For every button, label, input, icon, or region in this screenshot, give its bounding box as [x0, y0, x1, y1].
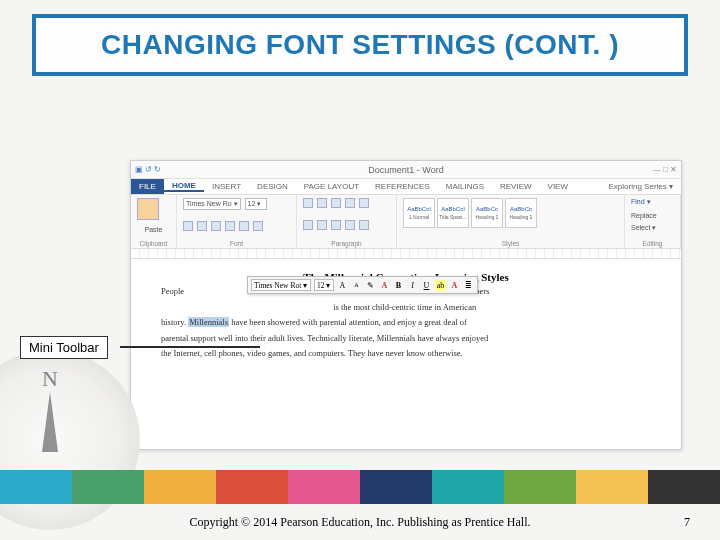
- tab-mailings[interactable]: MAILINGS: [438, 182, 492, 191]
- document-area[interactable]: Times New Rot ▾ 12 ▾ A A ✎ A B I U ab A …: [131, 259, 681, 371]
- styles-group-label: Styles: [403, 240, 618, 247]
- account-label[interactable]: Exploring Series ▾: [601, 182, 681, 191]
- align-left-icon[interactable]: [303, 220, 313, 230]
- ribbon-group-font: Times New Ro ▾ 12 ▾ Font: [177, 195, 297, 248]
- callout-line: [120, 346, 260, 348]
- ribbon-group-paragraph: Paragraph: [297, 195, 397, 248]
- ribbon-tabs: FILE HOME INSERT DESIGN PAGE LAYOUT REFE…: [131, 179, 681, 195]
- paste-icon[interactable]: [137, 198, 159, 220]
- multilevel-icon[interactable]: [331, 198, 341, 208]
- tab-page-layout[interactable]: PAGE LAYOUT: [296, 182, 367, 191]
- bullets-icon[interactable]: [303, 198, 313, 208]
- page-number: 7: [684, 515, 690, 530]
- tab-insert[interactable]: INSERT: [204, 182, 249, 191]
- mini-bold[interactable]: B: [393, 280, 404, 291]
- paste-label: Paste: [137, 226, 170, 233]
- doc-line-5: the Internet, cell phones, video games, …: [161, 347, 651, 361]
- doc-line-3: history. Millennials have been showered …: [161, 316, 651, 330]
- font-group-label: Font: [183, 240, 290, 247]
- tab-review[interactable]: REVIEW: [492, 182, 540, 191]
- callout-mini-toolbar: Mini Toolbar: [20, 336, 108, 359]
- align-center-icon[interactable]: [317, 220, 327, 230]
- paragraph-group-label: Paragraph: [303, 240, 390, 247]
- underline-icon[interactable]: [211, 221, 221, 231]
- mini-shrink-font[interactable]: A: [351, 280, 362, 291]
- style-heading1[interactable]: AaBbCcHeading 1: [471, 198, 503, 228]
- mini-grow-font[interactable]: A: [337, 280, 348, 291]
- mini-toolbar: Times New Rot ▾ 12 ▾ A A ✎ A B I U ab A …: [247, 276, 478, 294]
- mini-highlight-icon[interactable]: ab: [435, 280, 446, 291]
- numbering-icon[interactable]: [317, 198, 327, 208]
- mini-format-painter-icon[interactable]: ✎: [365, 280, 376, 291]
- quick-access-toolbar[interactable]: ▣ ↺ ↻: [135, 161, 161, 179]
- tab-references[interactable]: REFERENCES: [367, 182, 438, 191]
- mini-styles-icon[interactable]: A: [379, 280, 390, 291]
- tab-view[interactable]: VIEW: [540, 182, 576, 191]
- bold-icon[interactable]: [183, 221, 193, 231]
- tab-design[interactable]: DESIGN: [249, 182, 296, 191]
- tab-file[interactable]: FILE: [131, 179, 164, 194]
- clipboard-label: Clipboard: [137, 240, 170, 247]
- find-button[interactable]: Find ▾: [631, 198, 674, 206]
- mini-font-name[interactable]: Times New Rot ▾: [251, 279, 311, 291]
- mini-underline[interactable]: U: [421, 280, 432, 291]
- select-button[interactable]: Select ▾: [631, 224, 674, 232]
- shading-icon[interactable]: [359, 220, 369, 230]
- footer-copyright: Copyright © 2014 Pearson Education, Inc.…: [0, 515, 720, 530]
- style-normal[interactable]: AaBbCcI1 Normal: [403, 198, 435, 228]
- italic-icon[interactable]: [197, 221, 207, 231]
- ribbon-group-styles: AaBbCcI1 Normal AaBbCcITitle Spaci... Aa…: [397, 195, 625, 248]
- color-stripe: [0, 470, 720, 504]
- justify-icon[interactable]: [345, 220, 355, 230]
- font-size-select[interactable]: 12 ▾: [245, 198, 267, 210]
- style-heading2[interactable]: AaBbCcHeading 2: [505, 198, 537, 228]
- mini-font-size[interactable]: 12 ▾: [314, 279, 334, 291]
- strike-icon[interactable]: [225, 221, 235, 231]
- indent-right-icon[interactable]: [359, 198, 369, 208]
- mini-font-color-icon[interactable]: A: [449, 280, 460, 291]
- slide-title-box: CHANGING FONT SETTINGS (CONT. ): [32, 14, 688, 76]
- slide-title: CHANGING FONT SETTINGS (CONT. ): [101, 29, 619, 61]
- ribbon-group-editing: Find ▾ Replace Select ▾ Editing: [625, 195, 681, 248]
- font-name-select[interactable]: Times New Ro ▾: [183, 198, 241, 210]
- window-controls[interactable]: — □ ✕: [653, 161, 677, 179]
- doc-line-4: parental support well into their adult l…: [161, 332, 651, 346]
- ribbon: Paste Clipboard Times New Ro ▾ 12 ▾ Font: [131, 195, 681, 249]
- indent-left-icon[interactable]: [345, 198, 355, 208]
- ribbon-group-clipboard: Paste Clipboard: [131, 195, 177, 248]
- ruler[interactable]: [131, 249, 681, 259]
- doc-line-2: is the most child-centric time in Americ…: [161, 301, 651, 315]
- mini-bullets-icon[interactable]: ≣: [463, 280, 474, 291]
- align-right-icon[interactable]: [331, 220, 341, 230]
- window-title: Document1 - Word: [368, 165, 443, 175]
- word-titlebar: ▣ ↺ ↻ Document1 - Word — □ ✕: [131, 161, 681, 179]
- tab-home[interactable]: HOME: [164, 181, 204, 192]
- selected-text[interactable]: Millennials: [188, 317, 229, 327]
- replace-button[interactable]: Replace: [631, 212, 674, 219]
- font-color-icon[interactable]: [253, 221, 263, 231]
- mini-italic[interactable]: I: [407, 280, 418, 291]
- subscript-icon[interactable]: [239, 221, 249, 231]
- editing-group-label: Editing: [631, 240, 674, 247]
- style-no-spacing[interactable]: AaBbCcITitle Spaci...: [437, 198, 469, 228]
- word-app-window: ▣ ↺ ↻ Document1 - Word — □ ✕ FILE HOME I…: [130, 160, 682, 450]
